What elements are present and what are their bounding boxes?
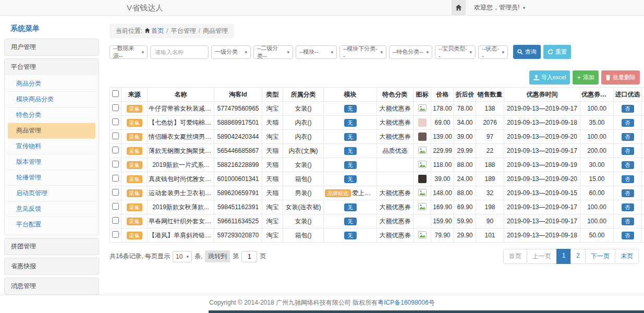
sidebar-item-意见反馈[interactable]: 意见反馈: [8, 201, 95, 217]
sidebar-item-轮播管理[interactable]: 轮播管理: [8, 170, 95, 186]
coupon-time-cell: 2019-09-13—2019-09-15: [504, 186, 580, 200]
feature-cell: 大额优惠券: [377, 130, 414, 144]
row-checkbox[interactable]: [112, 118, 119, 125]
breadcrumb-item: 商品管理: [203, 27, 228, 34]
filter-select-module[interactable]: --模块--▾: [296, 45, 337, 59]
source-badge: 采集: [127, 175, 142, 183]
page-button-首页[interactable]: 首页: [503, 249, 527, 264]
user-menu[interactable]: 欢迎您，管理员! ▾: [474, 3, 525, 12]
bottom-strip: [209, 310, 644, 313]
filter-select-status[interactable]: --状态--▾: [478, 45, 508, 59]
sidebar-section-消息管理[interactable]: 消息管理: [4, 278, 99, 295]
module-badge: 无: [344, 133, 357, 141]
select-all-checkbox[interactable]: [112, 90, 119, 97]
coupon-time-cell: 2019-09-13—2019-09-17: [504, 200, 580, 214]
page: V省钱达人 欢迎您，管理员! ▾ 系统菜单 用户管理平台管理商品分类模块商品分类…: [0, 0, 644, 313]
row-checkbox[interactable]: [112, 231, 119, 238]
batch-delete-button[interactable]: 批量删除: [601, 70, 640, 85]
reset-button[interactable]: 重置: [543, 45, 571, 59]
sidebar-item-宣传物料[interactable]: 宣传物料: [8, 139, 95, 154]
sidebar-item-平台配置[interactable]: 平台配置: [8, 217, 95, 232]
module-text: 爱上运动: [352, 189, 377, 197]
import-select-toggle[interactable]: 否: [622, 133, 634, 141]
import-select-toggle[interactable]: 否: [622, 232, 634, 239]
sidebar-section-平台管理[interactable]: 平台管理: [5, 59, 99, 75]
import-excel-button[interactable]: 导入excel: [529, 70, 570, 85]
filter-select-data-source[interactable]: --数据来源--▾: [110, 45, 148, 59]
top-right: 欢迎您，管理员! ▾: [452, 0, 525, 15]
page-button-2[interactable]: 2: [570, 249, 586, 264]
page-button-上一页[interactable]: 上一页: [527, 249, 557, 264]
home-icon-button[interactable]: [452, 0, 466, 15]
import-select-toggle[interactable]: 否: [622, 147, 634, 155]
product-name-input[interactable]: [150, 45, 209, 59]
row-checkbox[interactable]: [112, 104, 119, 111]
col-header-类型: 类型: [262, 88, 283, 102]
breadcrumb-home-link[interactable]: 首页: [151, 27, 164, 34]
sidebar-section-省惠快报[interactable]: 省惠快报: [4, 258, 99, 275]
price-cell: 139.00: [431, 130, 454, 144]
import-select-toggle[interactable]: 否: [622, 161, 634, 169]
import-select-toggle[interactable]: 否: [622, 218, 634, 225]
sidebar-section-用户管理[interactable]: 用户管理: [4, 39, 99, 56]
filter-select-feature-category[interactable]: --特色分类--▾: [389, 45, 432, 59]
sidebar-item-版本管理[interactable]: 版本管理: [8, 154, 95, 170]
row-checkbox[interactable]: [112, 147, 119, 153]
sales-cell: 22: [476, 144, 504, 158]
row-checkbox[interactable]: [112, 217, 119, 224]
table-row: 采集【七色纺】可爱纯棉家...588869917501天猫内衣()无大额优惠券6…: [110, 116, 644, 130]
filter-select-level1-category[interactable]: 一级分类▾: [211, 45, 251, 59]
jump-button[interactable]: 跳转到: [205, 250, 230, 262]
filter-select-level2-category[interactable]: --二级分类--▾: [253, 45, 293, 59]
source-cell: 采集: [121, 102, 148, 116]
import-select-toggle[interactable]: 否: [622, 203, 634, 211]
icp-link[interactable]: 粤ICP备16098006号: [378, 298, 434, 307]
category-cell: 女装(): [283, 158, 324, 172]
row-checkbox[interactable]: [112, 175, 119, 182]
sidebar-item-模块商品分类[interactable]: 模块商品分类: [8, 92, 95, 107]
row-select-cell: [110, 186, 121, 200]
discount-price-cell: 24.00: [454, 172, 476, 186]
icon-cell: [414, 102, 431, 116]
row-checkbox[interactable]: [112, 189, 119, 196]
import-select-toggle[interactable]: 否: [622, 105, 634, 113]
type-cell: 天猫: [262, 186, 283, 200]
jump-page-input[interactable]: [241, 251, 257, 262]
import-select-toggle[interactable]: 否: [622, 175, 634, 183]
row-checkbox[interactable]: [112, 203, 119, 210]
col-header-图标: 图标: [414, 88, 431, 102]
page-button-下一页[interactable]: 下一页: [585, 249, 615, 264]
must-buy-cell: 否: [642, 102, 644, 116]
trash-icon: [605, 75, 611, 80]
row-checkbox[interactable]: [112, 161, 119, 167]
per-page-select[interactable]: 10▾: [173, 251, 192, 262]
source-cell: 采集: [121, 116, 148, 130]
import-select-toggle[interactable]: 否: [622, 189, 634, 197]
sidebar-item-启动页管理[interactable]: 启动页管理: [8, 186, 95, 201]
sidebar-section-拼团管理[interactable]: 拼团管理: [4, 238, 99, 255]
plus-icon: +: [577, 75, 581, 80]
row-checkbox[interactable]: [112, 133, 119, 139]
search-button[interactable]: 查询: [513, 45, 541, 59]
module-badge: 无: [344, 105, 357, 113]
coupon-time-cell: 2019-09-13—2019-09-20: [504, 130, 580, 144]
type-cell: 天猫: [262, 158, 283, 172]
page-button-末页[interactable]: 末页: [615, 249, 639, 264]
import-select-toggle[interactable]: 否: [622, 119, 634, 127]
must-buy-cell: 否: [642, 228, 644, 243]
source-badge: 采集: [127, 161, 142, 169]
add-button[interactable]: + 添加: [573, 70, 599, 85]
sidebar-item-商品分类[interactable]: 商品分类: [8, 76, 95, 92]
sidebar-sections: 用户管理平台管理商品分类模块商品分类特色分类商品管理宣传物料版本管理轮播管理启动…: [4, 39, 99, 295]
filter-select-module-subcategory[interactable]: --模块下分类--▾: [339, 45, 386, 59]
coupon-amount-cell: 100.00: [580, 200, 614, 214]
table-row: 采集真皮钱包时尚优雅女士...601000601341天猫箱包()无39.002…: [110, 172, 644, 186]
coupon-time-cell: 2019-09-13—2019-09-19: [504, 158, 580, 172]
table-row: 采集【港风】单肩斜跨链条...597293020870淘宝箱包()无大额优惠券7…: [110, 228, 644, 243]
page-button-1[interactable]: 1: [556, 249, 572, 264]
sidebar-item-特色分类[interactable]: 特色分类: [8, 107, 95, 123]
filter-select-item-type[interactable]: --宝贝类型--▾: [435, 45, 476, 59]
sales-cell: 188: [476, 158, 504, 172]
sidebar-item-商品管理[interactable]: 商品管理: [8, 123, 95, 139]
row-select-cell: [110, 144, 121, 158]
